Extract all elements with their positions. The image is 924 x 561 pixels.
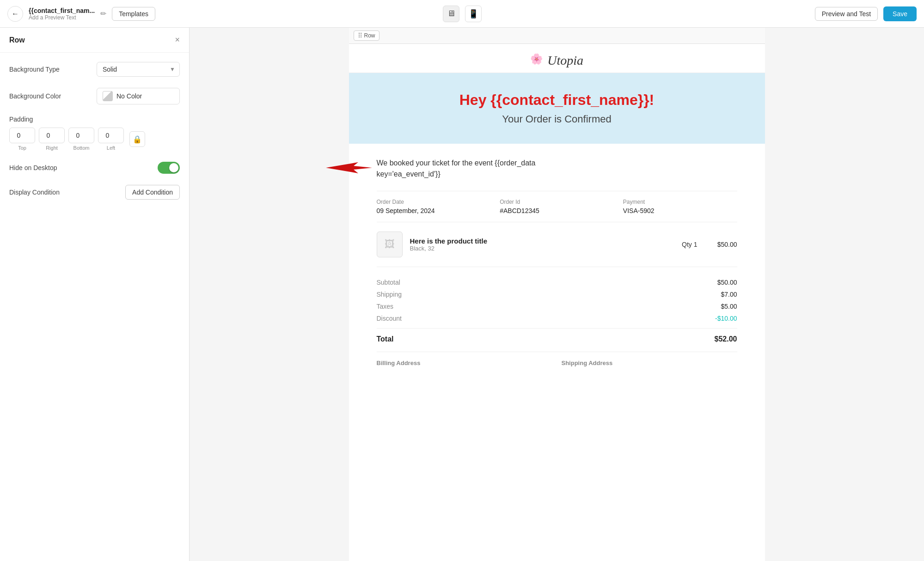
hide-on-desktop-label: Hide on Desktop [9, 164, 57, 171]
product-info: Here is the product title Black, 32 [410, 237, 675, 252]
background-color-label: Background Color [9, 92, 61, 100]
product-variant: Black, 32 [410, 245, 675, 252]
preview-text-label: Add a Preview Text [29, 14, 95, 21]
panel-title: Row [9, 36, 25, 44]
add-condition-button[interactable]: Add Condition [125, 185, 180, 200]
order-summary: Subtotal $50.00 Shipping $7.00 Taxes $5.… [377, 276, 737, 324]
taxes-row: Taxes $5.00 [377, 300, 737, 312]
svg-marker-0 [326, 162, 372, 173]
panel-body: Background Type Solid Gradient Image ▼ B… [0, 53, 189, 209]
desktop-icon: 🖥 [447, 9, 455, 18]
padding-bottom-input[interactable]: 0 [68, 128, 94, 143]
panel-header: Row × [0, 28, 189, 53]
mobile-view-button[interactable]: 📱 [465, 6, 482, 22]
back-button[interactable]: ← [7, 6, 23, 22]
order-id-label: Order Id [500, 199, 614, 205]
padding-right-label: Right [46, 145, 58, 151]
order-id-detail: Order Id #ABCD12345 [500, 199, 614, 214]
order-date-value: 09 September, 2024 [377, 207, 491, 214]
edit-icon[interactable]: ✏ [100, 9, 106, 18]
padding-right-group: 0 Right [39, 128, 65, 151]
billing-address-col: Billing Address [377, 360, 552, 366]
taxes-label: Taxes [377, 303, 394, 310]
subtotal-row: Subtotal $50.00 [377, 276, 737, 288]
total-label: Total [377, 335, 394, 343]
padding-top-label: Top [18, 145, 26, 151]
lock-icon: 🔒 [133, 135, 142, 144]
hide-on-desktop-field: Hide on Desktop [9, 162, 180, 174]
hero-headline: Hey {{contact_first_name}}! [377, 91, 737, 109]
display-condition-label: Display Condition [9, 189, 60, 196]
email-brand-header: 🌸 Utopia [349, 44, 765, 73]
brand-flower-icon: 🌸 [530, 53, 543, 65]
row-label-bar: ⠿ Row [349, 28, 765, 44]
product-row: 🖼 Here is the product title Black, 32 Qt… [377, 232, 737, 267]
shipping-row: Shipping $7.00 [377, 288, 737, 300]
shipping-address-col: Shipping Address [562, 360, 737, 366]
background-type-select[interactable]: Solid Gradient Image [97, 62, 180, 77]
body-text-line1: We booked your ticket for the event {{or… [377, 159, 536, 167]
color-swatch [103, 91, 113, 101]
subtotal-label: Subtotal [377, 279, 400, 286]
desktop-view-button[interactable]: 🖥 [443, 6, 459, 22]
row-settings-panel: Row × Background Type Solid Gradient Ima… [0, 28, 190, 561]
body-text: We booked your ticket for the event {{or… [377, 158, 737, 180]
row-badge: ⠿ Row [354, 30, 379, 41]
product-qty: Qty 1 [682, 241, 697, 248]
padding-section: Padding 0 Top 0 Right 0 Bottom [9, 116, 180, 151]
padding-top-input[interactable]: 0 [9, 128, 35, 143]
background-color-field: Background Color No Color [9, 88, 180, 104]
padding-bottom-label: Bottom [73, 145, 90, 151]
product-image: 🖼 [377, 232, 403, 257]
background-color-picker[interactable]: No Color [97, 88, 180, 104]
annotation-arrow [326, 161, 372, 174]
body-text-line2: key='ea_event_id'}} [377, 170, 441, 178]
lock-padding-button[interactable]: 🔒 [129, 131, 145, 147]
discount-row: Discount -$10.00 [377, 312, 737, 324]
subtotal-value: $50.00 [717, 279, 737, 286]
shipping-label: Shipping [377, 291, 402, 298]
background-type-select-wrapper: Solid Gradient Image ▼ [97, 62, 180, 77]
templates-button[interactable]: Templates [112, 7, 155, 21]
order-id-value: #ABCD12345 [500, 207, 614, 214]
back-icon: ← [12, 10, 19, 18]
hide-on-desktop-toggle[interactable] [158, 162, 180, 174]
display-condition-field: Display Condition Add Condition [9, 185, 180, 200]
addresses-row: Billing Address Shipping Address [377, 352, 737, 366]
order-date-detail: Order Date 09 September, 2024 [377, 199, 491, 214]
product-price: $50.00 [705, 241, 737, 248]
billing-address-label: Billing Address [377, 360, 552, 366]
red-arrow-svg [326, 161, 372, 174]
payment-label: Payment [623, 199, 737, 205]
shipping-value: $7.00 [721, 291, 737, 298]
hero-subheadline: Your Order is Confirmed [377, 113, 737, 125]
padding-left-group: 0 Left [98, 128, 124, 151]
discount-label: Discount [377, 315, 402, 322]
shipping-address-label: Shipping Address [562, 360, 737, 366]
background-type-field: Background Type Solid Gradient Image ▼ [9, 62, 180, 77]
mobile-icon: 📱 [468, 9, 478, 19]
brand-name: Utopia [547, 53, 583, 67]
total-row: Total $52.00 [377, 328, 737, 350]
save-button[interactable]: Save [883, 6, 917, 21]
padding-inputs: 0 Top 0 Right 0 Bottom 0 Left [9, 128, 180, 151]
product-title: Here is the product title [410, 237, 675, 245]
row-badge-label: Row [364, 32, 375, 39]
main-layout: Row × Background Type Solid Gradient Ima… [0, 28, 924, 561]
order-date-label: Order Date [377, 199, 491, 205]
order-details-row: Order Date 09 September, 2024 Order Id #… [377, 191, 737, 222]
close-panel-button[interactable]: × [175, 35, 180, 45]
email-canvas-area: ⠿ Row 🌸 Utopia Hey {{contact_first_name}… [190, 28, 924, 561]
app-header: ← {{contact_first_nam... Add a Preview T… [0, 0, 924, 28]
padding-bottom-group: 0 Bottom [68, 128, 94, 151]
padding-label: Padding [9, 116, 180, 123]
drag-icon: ⠿ [358, 32, 362, 39]
payment-detail: Payment VISA-5902 [623, 199, 737, 214]
padding-right-input[interactable]: 0 [39, 128, 65, 143]
preview-and-test-button[interactable]: Preview and Test [815, 7, 878, 21]
taxes-value: $5.00 [721, 303, 737, 310]
background-type-label: Background Type [9, 66, 60, 73]
padding-left-input[interactable]: 0 [98, 128, 124, 143]
padding-left-label: Left [107, 145, 115, 151]
email-title: {{contact_first_nam... [29, 7, 95, 14]
